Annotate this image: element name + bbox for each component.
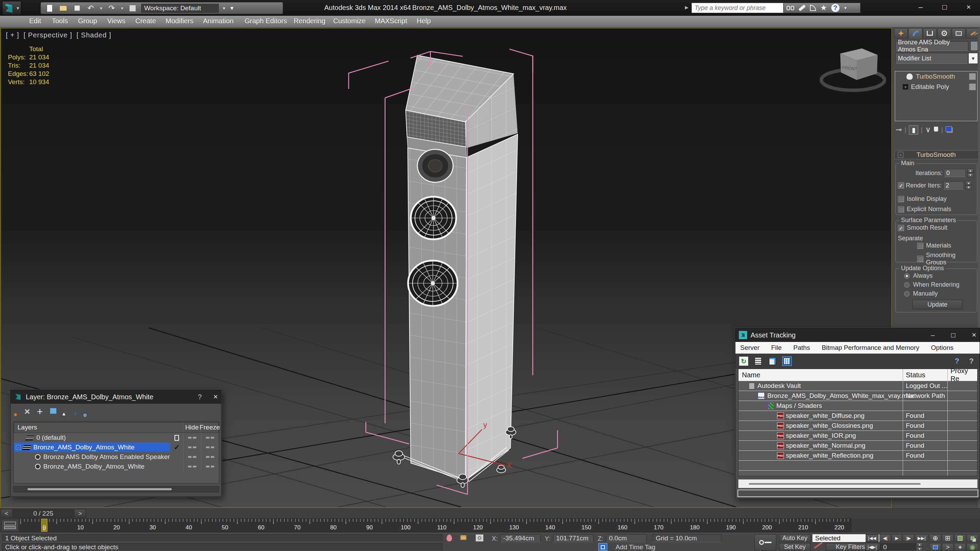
help-dropdown-icon[interactable]: ▼	[844, 6, 847, 10]
layer-row-object-1[interactable]: Bronze AMS Dolby Atmos Enabled Speaker	[14, 452, 219, 462]
menu-edit[interactable]: Edit	[29, 17, 41, 25]
notification-balloon-icon[interactable]	[447, 535, 452, 541]
lightbulb-icon[interactable]	[906, 73, 913, 80]
modifier-stack-item-turbosmooth[interactable]: TurboSmooth	[895, 71, 977, 82]
time-configuration-icon[interactable]	[929, 543, 941, 551]
expand-icon[interactable]: +	[903, 84, 908, 90]
play-button[interactable]: ▶	[892, 534, 902, 542]
hide-column-header[interactable]: Hide	[183, 422, 200, 433]
previous-frame-button[interactable]: <	[1, 509, 13, 518]
manually-radio[interactable]	[904, 291, 910, 297]
add-time-tag[interactable]: Add Time Tag	[611, 543, 721, 551]
delete-layer-icon[interactable]: ×	[24, 406, 30, 417]
search-input[interactable]	[692, 3, 784, 13]
tab-modify[interactable]	[908, 28, 922, 38]
undo-dropdown-icon[interactable]: ▼	[99, 6, 103, 10]
menu-options[interactable]: Options	[931, 344, 953, 351]
menu-file[interactable]: File	[771, 344, 782, 351]
asset-row-texture[interactable]: PNGspeaker_white_Normal.png Found	[738, 440, 977, 450]
add-to-layer-icon[interactable]: +	[37, 406, 43, 418]
new-file-icon[interactable]	[44, 4, 55, 13]
viewport-menu-pov[interactable]: [ Perspective ]	[23, 31, 72, 39]
tab-create[interactable]	[894, 28, 908, 38]
render-iters-field[interactable]: 2	[943, 181, 964, 189]
isoline-display-checkbox[interactable]	[898, 196, 904, 202]
help-icon[interactable]: ?	[831, 4, 840, 12]
asset-row-texture[interactable]: PNGspeaker_white_Glossines.png Found	[738, 421, 977, 430]
snap-region-icon[interactable]	[476, 534, 484, 542]
smooth-result-checkbox[interactable]: ✓	[898, 225, 904, 231]
mini-curve-editor-button[interactable]	[2, 519, 19, 532]
scrollbar-thumb[interactable]	[749, 483, 921, 485]
app-menu-dropdown-icon[interactable]: ▼	[16, 6, 20, 11]
refresh-icon[interactable]: ↻	[739, 356, 748, 366]
maximize-button[interactable]: □	[938, 2, 951, 13]
modifier-toggle[interactable]	[969, 83, 976, 90]
turbosmooth-rollout-header[interactable]: - TurboSmooth	[894, 150, 978, 159]
configure-modifier-sets-icon[interactable]	[946, 126, 952, 133]
layer-row-object-2[interactable]: Bronze_AMS_Dolby_Atmos_White	[14, 462, 219, 472]
search-icon[interactable]	[787, 6, 794, 10]
collapse-icon[interactable]: -	[16, 445, 21, 450]
tab-motion[interactable]	[937, 28, 951, 38]
iterations-field[interactable]: 0	[944, 169, 966, 177]
x-coord-field[interactable]: -35.494cm	[500, 534, 541, 542]
asset-row-texture[interactable]: PNGspeaker_white_Diffuse.png Found	[738, 411, 977, 421]
menu-server[interactable]: Server	[740, 344, 759, 351]
menu-paths[interactable]: Paths	[794, 344, 810, 351]
timeline-ruler[interactable]: 0 01020304050607080901001101201301401501…	[20, 518, 851, 532]
subscription-key-icon[interactable]	[798, 5, 806, 11]
set-keys-button[interactable]	[754, 534, 776, 551]
asset-row-texture[interactable]: PNGspeaker_white_IOR.png Found	[738, 430, 977, 440]
asset-horizontal-scrollbar[interactable]	[738, 479, 978, 488]
zoom-all-icon[interactable]: ⊞	[942, 534, 953, 542]
menu-tools[interactable]: Tools	[52, 17, 68, 25]
close-icon[interactable]: ×	[213, 392, 218, 401]
frame-spinner[interactable]: ▲▼	[916, 542, 923, 551]
status-column-header[interactable]: Status	[903, 369, 947, 381]
tree-view-icon[interactable]	[768, 356, 777, 366]
help-blue-icon[interactable]: ?	[952, 356, 962, 366]
orbit-icon[interactable]: ◉	[967, 543, 978, 551]
menu-rendering[interactable]: Rendering	[294, 17, 325, 25]
maximize-icon[interactable]: □	[951, 331, 955, 339]
current-frame-field[interactable]: 0	[880, 543, 916, 551]
menu-animation[interactable]: Animation	[203, 17, 234, 25]
create-layer-icon[interactable]	[15, 408, 18, 415]
set-current-layer-icon[interactable]: ▲	[64, 408, 66, 415]
menu-maxscript[interactable]: MAXScript	[375, 17, 407, 25]
asset-row-texture[interactable]: PNGspeaker_white_Reflection.png Found	[738, 450, 977, 460]
help-icon[interactable]: ?	[198, 393, 202, 401]
iterations-spinner[interactable]: ▲▼	[967, 168, 974, 178]
y-coord-field[interactable]: 101.771cm	[553, 534, 593, 542]
undo-icon[interactable]: ↶	[86, 4, 96, 13]
layer-row-selected[interactable]: - Bronze_AMS_Dolby_Atmos_White ✓	[14, 443, 219, 452]
open-file-icon[interactable]	[58, 4, 68, 13]
layer-dialog-titlebar[interactable]: Layer: Bronze_AMS_Dolby_Atmos_White ? ×	[11, 390, 221, 404]
proxy-column-header[interactable]: Proxy Re	[947, 369, 977, 381]
name-column-header[interactable]: Name	[738, 371, 903, 379]
close-button[interactable]: ×	[962, 2, 975, 13]
menu-group[interactable]: Group	[78, 17, 97, 25]
minimize-button[interactable]: –	[914, 2, 928, 13]
highlight-layer-icon[interactable]: ?	[73, 408, 76, 415]
goto-end-button[interactable]: ▶▶|	[915, 534, 928, 542]
redo-icon[interactable]: ↷	[107, 4, 117, 13]
app-menu-button[interactable]: ▼	[2, 1, 21, 15]
set-key-button[interactable]: Set Key	[779, 543, 811, 551]
menu-bitmap-performance[interactable]: Bitmap Performance and Memory	[822, 344, 919, 351]
select-objects-in-layer-icon[interactable]	[50, 408, 57, 416]
save-file-icon[interactable]	[72, 4, 82, 13]
asset-row-maxfile[interactable]: MAXBronze_AMS_Dolby_Atmos_White_max_vray…	[738, 391, 977, 401]
list-view-icon[interactable]	[753, 356, 763, 366]
menu-customize[interactable]: Customize	[333, 17, 366, 25]
object-color-swatch[interactable]	[970, 41, 978, 51]
viewcube[interactable]: FRONT	[821, 48, 885, 90]
key-mode-toggle[interactable]: |◀▶|	[865, 543, 879, 551]
current-layer-check-icon[interactable]: ✓	[174, 443, 180, 451]
asset-row-vault[interactable]: Autodesk Vault Logged Out ...	[738, 381, 977, 391]
pan-hand-icon[interactable]: +	[954, 543, 966, 551]
viewport-menu-shading[interactable]: [ Shaded ]	[76, 31, 111, 39]
materials-checkbox[interactable]	[917, 243, 923, 249]
asset-tracking-titlebar[interactable]: Asset Tracking – □ ×	[735, 328, 980, 342]
